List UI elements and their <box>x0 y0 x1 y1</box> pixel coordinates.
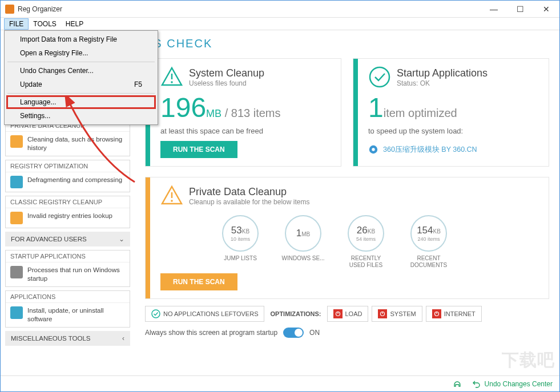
optimizations-label: OPTIMIZATIONS: <box>269 310 322 317</box>
gear-icon <box>368 144 378 155</box>
power-icon <box>378 309 387 318</box>
menu-tools[interactable]: TOOLS <box>29 19 61 29</box>
menu-language[interactable]: Language... <box>6 95 156 109</box>
sidebar-classic-cleanup[interactable]: CLASSIC REGISTRY CLEANUP Invalid registr… <box>5 196 130 228</box>
sidebar-startup-apps[interactable]: STARTUP APPLICATIONS Processes that run … <box>5 250 130 287</box>
maximize-button[interactable]: ☐ <box>507 1 533 18</box>
cleanup-circle[interactable]: 26KB54 itemsRECENTLY USED FILES <box>343 215 389 269</box>
minimize-button[interactable]: — <box>481 1 507 18</box>
optimization-pill[interactable]: INTERNET <box>426 306 482 322</box>
svg-point-7 <box>152 310 160 318</box>
menu-import[interactable]: Import Data from a Registry File <box>6 33 156 46</box>
defrag-icon <box>10 176 23 188</box>
lookup-icon <box>10 212 23 224</box>
toggle-state: ON <box>309 329 320 337</box>
card-stripe <box>353 59 358 166</box>
menu-file[interactable]: FILE <box>4 18 29 30</box>
cleanup-circle[interactable]: 53KB10 itemsJUMP LISTS <box>217 215 263 269</box>
startup-item-link[interactable]: 360压缩升级模块 BY 360.CN <box>368 141 538 155</box>
startup-checkbox-label: Always show this screen at program start… <box>145 329 277 337</box>
svg-point-2 <box>370 67 389 87</box>
broom-icon <box>10 135 23 148</box>
headset-icon <box>453 379 462 389</box>
card-startup-apps: Startup ApplicationsStatus: OK 1item opt… <box>353 58 549 167</box>
cleanup-circle[interactable]: 1MBWINDOWS SE... <box>280 215 326 269</box>
warning-icon <box>160 66 183 88</box>
optimization-pill[interactable]: LOAD <box>327 306 369 322</box>
cleanup-circle[interactable]: 154KB240 itemsRECENT DOCUMENTS <box>406 215 452 269</box>
power-icon <box>432 309 441 318</box>
menu-open-registry[interactable]: Open a Registry File... <box>6 46 156 60</box>
close-button[interactable]: ✕ <box>533 1 559 18</box>
chevron-left-icon: ‹ <box>122 334 124 342</box>
no-leftovers-pill[interactable]: NO APPLICATIONS LEFTOVERS <box>145 306 264 322</box>
file-menu-dropdown: Import Data from a Registry File Open a … <box>4 30 158 125</box>
card-system-cleanup: System CleanupUseless files found 196MB … <box>145 58 341 167</box>
status-help[interactable] <box>453 379 462 389</box>
app-icon <box>5 5 14 14</box>
sidebar-advanced-header[interactable]: FOR ADVANCED USERS⌄ <box>5 232 130 246</box>
undo-icon <box>472 379 481 389</box>
page-title: SS CHECK <box>145 37 549 50</box>
card-private-cleanup: Private Data CleanupCleanup is available… <box>145 177 549 299</box>
svg-point-4 <box>372 148 374 151</box>
menu-separator <box>7 62 155 62</box>
menu-undo-changes[interactable]: Undo Changes Center... <box>6 64 156 78</box>
startup-icon <box>10 266 23 278</box>
startup-toggle[interactable] <box>283 328 304 338</box>
box-icon <box>10 306 23 319</box>
chevron-down-icon: ⌄ <box>119 235 124 243</box>
menu-settings[interactable]: Settings... <box>6 109 156 123</box>
optimization-pill[interactable]: SYSTEM <box>372 306 422 322</box>
check-circle-icon <box>151 309 160 318</box>
svg-point-6 <box>171 200 173 202</box>
check-circle-icon <box>368 66 391 88</box>
window-title: Reg Organizer <box>18 5 481 13</box>
status-undo-changes[interactable]: Undo Changes Center <box>472 379 553 389</box>
power-icon <box>333 309 343 318</box>
menu-help[interactable]: HELP <box>61 19 88 29</box>
run-scan-private-button[interactable]: RUN THE SCAN <box>160 273 237 290</box>
svg-point-1 <box>171 81 173 83</box>
menu-update-shortcut: F5 <box>134 80 142 88</box>
sidebar-applications[interactable]: APPLICATIONS Install, update, or uninsta… <box>5 290 130 328</box>
menu-update[interactable]: UpdateF5 <box>6 78 156 91</box>
card-stripe <box>146 177 150 298</box>
menu-separator <box>7 93 155 94</box>
sidebar-misc-header[interactable]: MISCELLANEOUS TOOLS‹ <box>5 331 130 346</box>
run-scan-system-button[interactable]: RUN THE SCAN <box>160 141 237 158</box>
warning-icon <box>160 184 183 207</box>
sidebar-registry-optimization[interactable]: REGISTRY OPTIMIZATION Defragmenting and … <box>5 160 130 192</box>
